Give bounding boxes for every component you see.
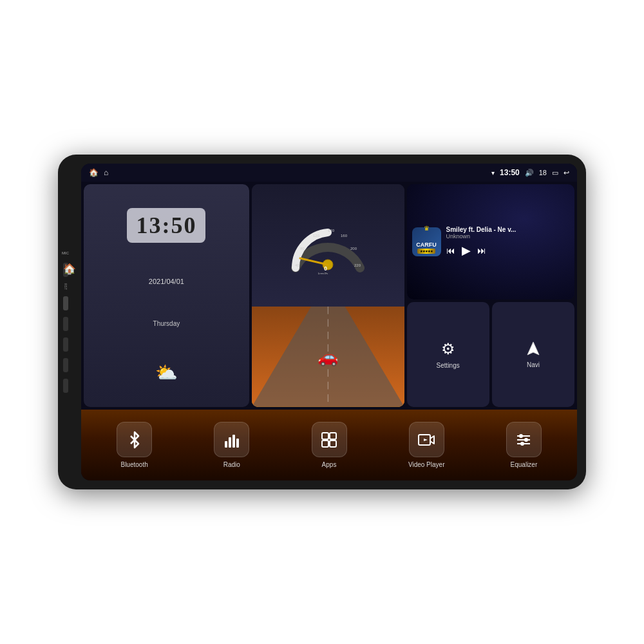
house-icon: ⌂ <box>104 168 108 177</box>
right-panel: ♛ CARFU ★★★★★ Smiley ft. Delia - Ne v...… <box>407 184 574 407</box>
svg-rect-17 <box>232 435 235 448</box>
bluetooth-app[interactable]: Bluetooth <box>88 422 181 468</box>
radio-label: Radio <box>223 461 240 468</box>
play-button[interactable]: ▶ <box>462 243 471 258</box>
video-player-app[interactable]: Video Player <box>380 422 473 468</box>
side-button-power[interactable] <box>63 296 68 310</box>
rst-label: RST <box>64 283 68 290</box>
back-icon: ↩ <box>564 169 569 177</box>
settings-card[interactable]: ⚙ Settings <box>407 302 489 407</box>
status-right: ▾ 13:50 🔊 18 ▭ ↩ <box>491 168 569 177</box>
speedometer-panel: 40 80 120 140 160 200 220 0 km/h <box>252 184 404 407</box>
music-title: Smiley ft. Delia - Ne v... <box>446 226 569 233</box>
crown-icon: ♛ <box>424 225 430 232</box>
svg-text:200: 200 <box>350 247 357 251</box>
apps-app[interactable]: Apps <box>282 422 375 468</box>
gauge-svg: 40 80 120 140 160 200 220 0 km/h <box>286 216 370 274</box>
status-time: 13:50 <box>500 168 520 177</box>
clock-display: 13:50 <box>127 208 205 243</box>
side-button-home[interactable]: 🏠 <box>63 263 68 277</box>
svg-text:km/h: km/h <box>318 272 328 274</box>
svg-point-29 <box>519 434 523 438</box>
weather-icon: ⛅ <box>155 362 178 383</box>
svg-text:120: 120 <box>313 234 320 238</box>
radio-app[interactable]: Radio <box>185 422 278 468</box>
svg-text:140: 140 <box>328 229 335 232</box>
battery-icon: ▭ <box>552 169 558 177</box>
navi-card[interactable]: Navi <box>492 302 574 407</box>
equalizer-icon <box>515 431 533 449</box>
side-button-vol-down[interactable] <box>63 379 68 393</box>
svg-rect-18 <box>236 439 239 448</box>
svg-rect-20 <box>330 433 336 439</box>
apps-icon <box>320 431 338 449</box>
svg-point-31 <box>520 442 524 446</box>
clock-date: 2021/04/01 <box>149 278 184 285</box>
music-artist: Unknown <box>446 233 569 240</box>
apps-icon-wrap <box>312 422 347 457</box>
carfu-logo: ♛ CARFU ★★★★★ <box>412 227 441 256</box>
clock-day: Thursday <box>153 320 180 327</box>
home-icon: 🏠 <box>89 168 99 177</box>
equalizer-app[interactable]: Equalizer <box>477 422 571 468</box>
next-button[interactable]: ⏭ <box>477 245 486 256</box>
svg-rect-19 <box>322 433 328 439</box>
carfu-ribbon: ★★★★★ <box>417 249 435 254</box>
svg-rect-16 <box>229 437 231 448</box>
side-button-home2[interactable] <box>63 317 68 331</box>
mic-label: MIC <box>62 251 69 255</box>
navi-label: Navi <box>527 361 540 368</box>
main-content: 13:50 2021/04/01 Thursday ⛅ <box>81 182 577 480</box>
music-controls[interactable]: ⏮ ▶ ⏭ <box>446 243 569 258</box>
volume-icon: 🔊 <box>525 169 534 177</box>
side-button-vol-up[interactable] <box>63 358 68 372</box>
svg-rect-21 <box>322 440 328 447</box>
apps-label: Apps <box>322 461 337 468</box>
svg-text:220: 220 <box>354 263 361 267</box>
car-icon: 🚗 <box>317 347 338 367</box>
music-now-playing: ♛ CARFU ★★★★★ Smiley ft. Delia - Ne v...… <box>407 184 574 299</box>
equalizer-label: Equalizer <box>511 461 538 468</box>
bottom-app-bar: Bluetooth Radio <box>81 410 577 480</box>
settings-label: Settings <box>437 362 460 369</box>
volume-level: 18 <box>539 169 547 176</box>
music-info: Smiley ft. Delia - Ne v... Unknown ⏮ ▶ ⏭ <box>446 226 569 258</box>
status-bar: 🏠 ⌂ ▾ 13:50 🔊 18 ▭ ↩ <box>81 164 577 182</box>
screen: 🏠 ⌂ ▾ 13:50 🔊 18 ▭ ↩ 13:50 2021/04/ <box>81 164 577 480</box>
top-section: 13:50 2021/04/01 Thursday ⛅ <box>81 182 577 410</box>
svg-rect-22 <box>330 440 336 447</box>
video-player-label: Video Player <box>408 461 445 468</box>
bluetooth-icon-wrap <box>117 422 152 457</box>
prev-button[interactable]: ⏮ <box>446 245 455 256</box>
svg-rect-15 <box>225 441 227 448</box>
status-left: 🏠 ⌂ <box>89 168 108 177</box>
radio-icon-wrap <box>214 422 249 457</box>
svg-marker-25 <box>424 439 428 441</box>
svg-marker-14 <box>527 342 539 355</box>
svg-text:160: 160 <box>341 234 348 238</box>
settings-navi-row: ⚙ Settings Navi <box>407 302 574 407</box>
bluetooth-label: Bluetooth <box>120 461 147 468</box>
navi-icon <box>525 341 542 357</box>
svg-text:40: 40 <box>295 263 299 267</box>
car-head-unit: MIC 🏠 RST 🏠 ⌂ ▾ 13:50 🔊 18 ▭ ↩ <box>58 155 586 489</box>
side-button-back[interactable] <box>63 337 68 352</box>
settings-icon: ⚙ <box>441 340 455 358</box>
radio-icon <box>223 431 241 449</box>
carfu-text: CARFU <box>416 242 437 248</box>
video-icon-wrap <box>409 422 444 457</box>
clock-time: 13:50 <box>136 212 196 239</box>
video-icon <box>417 431 435 449</box>
svg-point-30 <box>524 438 528 442</box>
equalizer-icon-wrap <box>506 422 542 457</box>
speedo-gauge-area: 40 80 120 140 160 200 220 0 km/h <box>252 184 404 307</box>
speedo-road-area: 🚗 <box>252 307 404 407</box>
wifi-icon: ▾ <box>491 169 495 176</box>
side-buttons: MIC 🏠 RST <box>62 251 69 393</box>
svg-text:80: 80 <box>300 247 305 251</box>
bluetooth-icon <box>126 431 144 449</box>
clock-panel: 13:50 2021/04/01 Thursday ⛅ <box>84 184 249 407</box>
svg-text:0: 0 <box>324 265 327 272</box>
